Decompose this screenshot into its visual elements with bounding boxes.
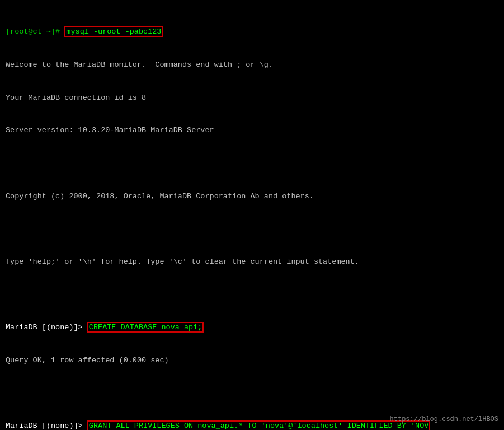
line-4: Server version: 10.3.20-MariaDB MariaDB … bbox=[6, 125, 498, 136]
line-6: Type 'help;' or '\h' for help. Type '\c'… bbox=[6, 256, 498, 268]
line-8: Query OK, 1 row affected (0.000 sec) bbox=[6, 355, 498, 366]
line-5: Copyright (c) 2000, 2018, Oracle, MariaD… bbox=[6, 191, 498, 202]
line-1: [root@ct ~]# mysql -uroot -pabc123 bbox=[6, 26, 498, 38]
cmd-grant-nova-api-localhost: GRANT ALL PRIVILEGES ON nova_api.* TO 'n… bbox=[87, 420, 431, 430]
cmd-create-nova-api: CREATE DATABASE nova_api; bbox=[87, 322, 204, 333]
watermark: https://blog.csdn.net/lHBOS bbox=[390, 415, 498, 424]
line-3: Your MariaDB connection id is 8 bbox=[6, 92, 498, 104]
line-2: Welcome to the MariaDB monitor. Commands… bbox=[6, 59, 498, 71]
blank-1 bbox=[6, 158, 498, 169]
prompt: [root@ct ~]# bbox=[6, 27, 64, 36]
terminal: [root@ct ~]# mysql -uroot -pabc123 Welco… bbox=[6, 4, 498, 430]
blank-2 bbox=[6, 223, 498, 235]
line-7: MariaDB [(none)]> CREATE DATABASE nova_a… bbox=[6, 322, 498, 333]
blank-3 bbox=[6, 289, 498, 301]
blank-4 bbox=[6, 388, 498, 399]
cmd-mysql: mysql -uroot -pabc123 bbox=[64, 26, 163, 37]
